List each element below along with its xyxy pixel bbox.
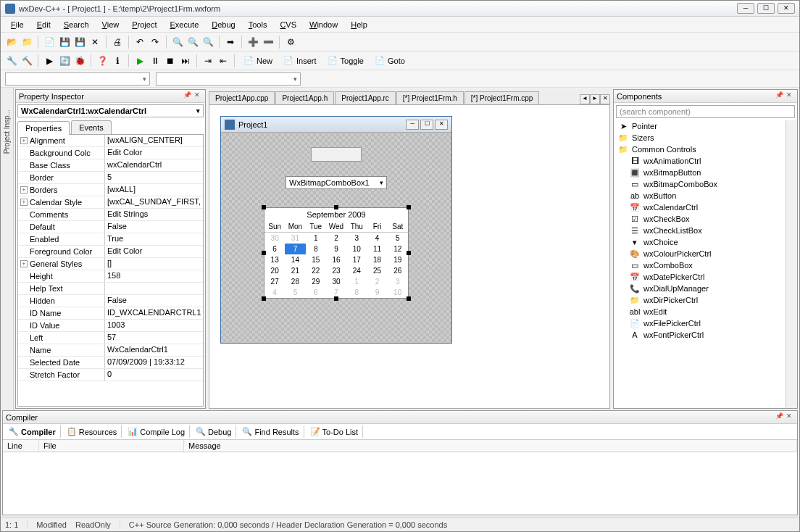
close-panel-icon[interactable]: ✕ (192, 91, 202, 101)
scrollbar[interactable] (786, 120, 797, 408)
calendar-day[interactable]: 3 (346, 233, 367, 244)
pause-icon[interactable]: ⏸ (149, 54, 162, 67)
run-icon[interactable]: ▶ (133, 54, 146, 67)
new-button[interactable]: 📄New (239, 54, 277, 67)
calendar-day[interactable]: 27 (264, 276, 285, 287)
help-icon[interactable]: ❓ (96, 54, 109, 67)
add-file-icon[interactable]: ➕ (246, 36, 259, 49)
menu-cvs[interactable]: CVS (274, 19, 302, 30)
close-panel-icon[interactable]: ✕ (784, 412, 794, 423)
compiler-tab-compile-log[interactable]: 📊Compile Log (123, 425, 190, 438)
property-row[interactable]: DefaultFalse (18, 221, 203, 233)
component-item[interactable]: 🔳wxBitmapButton (628, 167, 783, 178)
menu-execute[interactable]: Execute (164, 19, 205, 30)
editor-tab[interactable]: Project1App.rc (335, 91, 396, 104)
menu-file[interactable]: File (5, 19, 30, 30)
close-panel-icon[interactable]: ✕ (784, 91, 794, 101)
property-row[interactable]: Height158 (18, 270, 203, 283)
calendar-day[interactable]: 2 (326, 233, 346, 244)
close-button[interactable]: ✕ (778, 3, 795, 14)
rebuild-icon[interactable]: 🔄 (58, 54, 71, 67)
new-project-icon[interactable]: 📂 (5, 36, 18, 49)
property-row[interactable]: ID NameID_WXCALENDARCTRL1 (18, 307, 203, 320)
calendar-day[interactable]: 3 (388, 276, 408, 287)
calendar-day[interactable]: 28 (285, 276, 305, 287)
menu-project[interactable]: Project (126, 19, 162, 30)
property-row[interactable]: Background ColcEdit Color (18, 147, 203, 159)
menu-window[interactable]: Window (304, 19, 343, 30)
tab-scroll-button[interactable]: ✕ (600, 94, 610, 104)
insert-button[interactable]: 📄Insert (279, 54, 321, 67)
pin-icon[interactable]: 📌 (774, 91, 784, 101)
stop-icon[interactable]: ⏹ (164, 54, 177, 67)
menu-search[interactable]: Search (58, 19, 95, 30)
find-icon[interactable]: 🔍 (171, 36, 184, 49)
component-item[interactable]: ▭wxComboBox (628, 259, 783, 271)
calendar-day[interactable]: 4 (264, 287, 285, 298)
pin-icon[interactable]: 📌 (774, 412, 784, 423)
wx-button-control[interactable] (311, 147, 362, 162)
calendar-day[interactable]: 9 (367, 287, 387, 298)
editor-tab[interactable]: [*] Project1Frm.cpp (464, 91, 540, 104)
calendar-day[interactable]: 10 (388, 287, 408, 298)
component-item[interactable]: ▭wxBitmapComboBox (628, 178, 783, 190)
tab-scroll-button[interactable]: ◄ (580, 94, 590, 104)
about-icon[interactable]: ℹ (111, 54, 124, 67)
component-item[interactable]: 📅wxDatePickerCtrl (628, 271, 783, 283)
design-form[interactable]: Project1 ─ ☐ ✕ WxBitmapComboBox1 (220, 116, 452, 344)
redo-icon[interactable]: ↷ (149, 36, 162, 49)
calendar-day[interactable]: 20 (264, 265, 285, 276)
calendar-day[interactable]: 1 (346, 276, 367, 287)
component-item[interactable]: ▾wxChoice (628, 236, 783, 248)
calendar-day[interactable]: 13 (264, 254, 285, 265)
component-item[interactable]: 📁Common Controls (616, 144, 783, 155)
calendar-day[interactable]: 22 (306, 265, 326, 276)
component-item[interactable]: 📞wxDialUpManager (628, 283, 783, 294)
maximize-button[interactable]: ☐ (757, 3, 775, 14)
property-row[interactable]: CommentsEdit Strings (18, 209, 203, 221)
component-selector[interactable]: WxCalendarCtrl1:wxCalendarCtrl (17, 104, 204, 117)
calendar-day[interactable]: 29 (306, 276, 326, 287)
component-item[interactable]: ablwxEdit (628, 306, 783, 317)
property-row[interactable]: Left57 (18, 332, 203, 344)
calendar-day[interactable]: 7 (326, 287, 346, 298)
property-row[interactable]: Selected Date07/09/2009 | 19:33:12 (18, 357, 203, 369)
outdent-icon[interactable]: ⇤ (217, 54, 230, 67)
property-grid[interactable]: +Alignment[wxALIGN_CENTER]Background Col… (17, 135, 204, 407)
find-next-icon[interactable]: 🔍 (201, 36, 214, 49)
calendar-day[interactable]: 1 (306, 233, 326, 244)
calendar-day[interactable]: 24 (346, 265, 367, 276)
wx-bitmap-combobox-control[interactable]: WxBitmapComboBox1 (286, 176, 387, 189)
property-row[interactable]: +Alignment[wxALIGN_CENTER] (18, 135, 203, 147)
calendar-day[interactable]: 15 (306, 254, 326, 265)
editor-tab[interactable]: Project1App.cpp (209, 91, 275, 104)
form-designer[interactable]: Project1 ─ ☐ ✕ WxBitmapComboBox1 (209, 105, 610, 409)
calendar-day[interactable]: 19 (388, 254, 408, 265)
indent-icon[interactable]: ⇥ (201, 54, 214, 67)
wx-calendar-control[interactable]: September 2009 SunMonTueWedThuFriSat3031… (264, 207, 409, 299)
remove-file-icon[interactable]: ➖ (262, 36, 275, 49)
calendar-day[interactable]: 18 (367, 254, 387, 265)
minimize-button[interactable]: ─ (737, 3, 754, 14)
component-item[interactable]: 🎞wxAnimationCtrl (628, 155, 783, 167)
goto-button[interactable]: 📄Goto (370, 54, 409, 67)
property-row[interactable]: +General Styles[] (18, 258, 203, 270)
calendar-day[interactable]: 5 (285, 287, 305, 298)
build-icon[interactable]: 🔨 (20, 54, 33, 67)
calendar-day[interactable]: 30 (326, 276, 346, 287)
calendar-day[interactable]: 25 (367, 265, 387, 276)
menu-tools[interactable]: Tools (243, 19, 273, 30)
property-row[interactable]: +Calendar Style[wxCAL_SUNDAY_FIRST, (18, 196, 203, 209)
project-inspector-tab[interactable]: Project Insp... (3, 109, 11, 154)
calendar-day[interactable]: 30 (264, 233, 285, 244)
toggle-button[interactable]: 📄Toggle (323, 54, 368, 67)
compiler-tab-compiler[interactable]: 🔧Compiler (4, 425, 61, 438)
calendar-day[interactable]: 26 (388, 265, 408, 276)
pin-icon[interactable]: 📌 (182, 91, 192, 101)
calendar-day[interactable]: 14 (285, 254, 305, 265)
component-item[interactable]: ☰wxCheckListBox (628, 225, 783, 236)
calendar-day[interactable]: 31 (285, 233, 305, 244)
property-row[interactable]: Base ClasswxCalendarCtrl (18, 159, 203, 172)
calendar-day[interactable]: 2 (367, 276, 387, 287)
calendar-day[interactable]: 16 (326, 254, 346, 265)
